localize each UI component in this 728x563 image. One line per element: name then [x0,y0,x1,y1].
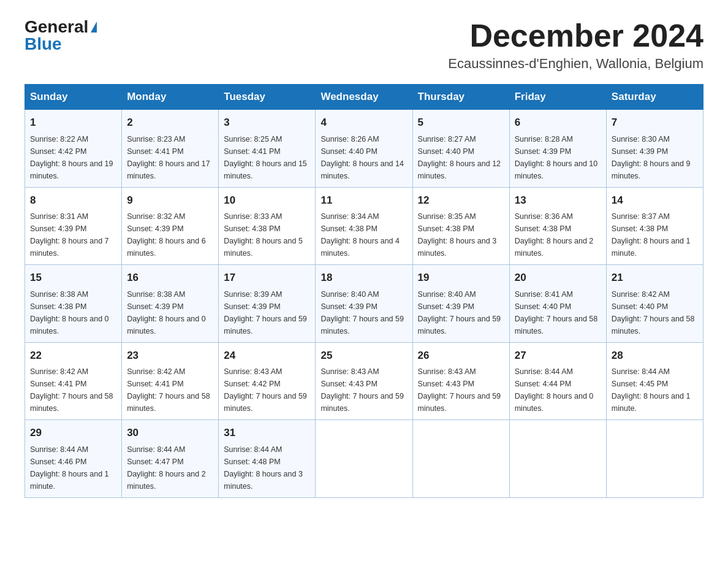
logo-triangle-icon [91,21,97,33]
location-text: Ecaussinnes-d'Enghien, Wallonia, Belgium [448,56,703,72]
day-info: Sunrise: 8:30 AMSunset: 4:39 PMDaylight:… [612,133,698,182]
day-info: Sunrise: 8:22 AMSunset: 4:42 PMDaylight:… [30,133,116,182]
title-area: December 2024 Ecaussinnes-d'Enghien, Wal… [448,18,703,72]
day-info: Sunrise: 8:44 AMSunset: 4:46 PMDaylight:… [30,443,116,492]
logo-general-text: General [25,18,88,36]
calendar-cell: 12Sunrise: 8:35 AMSunset: 4:38 PMDayligh… [412,187,509,265]
day-info: Sunrise: 8:40 AMSunset: 4:39 PMDaylight:… [320,288,407,337]
calendar-cell: 6Sunrise: 8:28 AMSunset: 4:39 PMDaylight… [509,110,606,188]
day-number: 4 [320,115,407,131]
day-number: 25 [320,348,407,364]
day-info: Sunrise: 8:25 AMSunset: 4:41 PMDaylight:… [224,133,310,182]
calendar-cell: 22Sunrise: 8:42 AMSunset: 4:41 PMDayligh… [25,342,122,420]
day-number: 30 [127,425,213,441]
calendar-cell: 11Sunrise: 8:34 AMSunset: 4:38 PMDayligh… [316,187,412,265]
day-number: 8 [30,193,116,209]
day-info: Sunrise: 8:39 AMSunset: 4:39 PMDaylight:… [224,288,310,337]
calendar-cell: 8Sunrise: 8:31 AMSunset: 4:39 PMDaylight… [25,187,122,265]
header-wednesday: Wednesday [316,85,412,110]
day-number: 31 [224,425,310,441]
day-number: 20 [515,270,601,286]
day-number: 15 [30,270,116,286]
day-number: 9 [127,193,213,209]
day-number: 12 [418,193,504,209]
day-info: Sunrise: 8:31 AMSunset: 4:39 PMDaylight:… [30,210,116,259]
day-number: 19 [418,270,504,286]
day-info: Sunrise: 8:43 AMSunset: 4:42 PMDaylight:… [224,366,310,415]
logo: General Blue [25,18,97,53]
calendar-cell: 14Sunrise: 8:37 AMSunset: 4:38 PMDayligh… [606,187,703,265]
day-number: 23 [127,348,213,364]
calendar-cell: 20Sunrise: 8:41 AMSunset: 4:40 PMDayligh… [509,265,606,343]
day-info: Sunrise: 8:34 AMSunset: 4:38 PMDaylight:… [320,210,407,259]
day-number: 17 [224,270,310,286]
calendar-cell: 25Sunrise: 8:43 AMSunset: 4:43 PMDayligh… [316,342,412,420]
calendar-cell: 7Sunrise: 8:30 AMSunset: 4:39 PMDaylight… [606,110,703,188]
day-info: Sunrise: 8:43 AMSunset: 4:43 PMDaylight:… [320,366,407,415]
day-info: Sunrise: 8:42 AMSunset: 4:40 PMDaylight:… [612,288,698,337]
day-number: 28 [612,348,698,364]
day-number: 3 [224,115,310,131]
day-number: 26 [418,348,504,364]
day-number: 27 [515,348,601,364]
calendar-cell: 3Sunrise: 8:25 AMSunset: 4:41 PMDaylight… [219,110,316,188]
calendar-cell: 24Sunrise: 8:43 AMSunset: 4:42 PMDayligh… [219,342,316,420]
day-info: Sunrise: 8:44 AMSunset: 4:44 PMDaylight:… [515,366,601,415]
day-number: 1 [30,115,116,131]
day-number: 29 [30,425,116,441]
day-info: Sunrise: 8:42 AMSunset: 4:41 PMDaylight:… [127,366,213,415]
calendar-cell: 19Sunrise: 8:40 AMSunset: 4:39 PMDayligh… [412,265,509,343]
day-number: 24 [224,348,310,364]
day-number: 5 [418,115,504,131]
day-number: 14 [612,193,698,209]
calendar-cell [509,420,606,498]
day-info: Sunrise: 8:42 AMSunset: 4:41 PMDaylight:… [30,366,116,415]
header-sunday: Sunday [25,85,122,110]
day-info: Sunrise: 8:38 AMSunset: 4:39 PMDaylight:… [127,288,213,337]
day-info: Sunrise: 8:23 AMSunset: 4:41 PMDaylight:… [127,133,213,182]
week-row-2: 8Sunrise: 8:31 AMSunset: 4:39 PMDaylight… [25,187,703,265]
day-info: Sunrise: 8:32 AMSunset: 4:39 PMDaylight:… [127,210,213,259]
week-row-4: 22Sunrise: 8:42 AMSunset: 4:41 PMDayligh… [25,342,703,420]
calendar-cell: 18Sunrise: 8:40 AMSunset: 4:39 PMDayligh… [316,265,412,343]
day-number: 18 [320,270,407,286]
day-number: 13 [515,193,601,209]
day-info: Sunrise: 8:38 AMSunset: 4:38 PMDaylight:… [30,288,116,337]
day-number: 16 [127,270,213,286]
calendar-cell: 15Sunrise: 8:38 AMSunset: 4:38 PMDayligh… [25,265,122,343]
calendar-cell: 23Sunrise: 8:42 AMSunset: 4:41 PMDayligh… [122,342,219,420]
calendar-cell: 27Sunrise: 8:44 AMSunset: 4:44 PMDayligh… [509,342,606,420]
week-row-3: 15Sunrise: 8:38 AMSunset: 4:38 PMDayligh… [25,265,703,343]
calendar-cell: 9Sunrise: 8:32 AMSunset: 4:39 PMDaylight… [122,187,219,265]
calendar-cell: 4Sunrise: 8:26 AMSunset: 4:40 PMDaylight… [316,110,412,188]
day-number: 10 [224,193,310,209]
calendar-cell: 2Sunrise: 8:23 AMSunset: 4:41 PMDaylight… [122,110,219,188]
day-number: 22 [30,348,116,364]
day-info: Sunrise: 8:44 AMSunset: 4:48 PMDaylight:… [224,443,310,492]
week-row-1: 1Sunrise: 8:22 AMSunset: 4:42 PMDaylight… [25,110,703,188]
calendar-cell: 30Sunrise: 8:44 AMSunset: 4:47 PMDayligh… [122,420,219,498]
calendar-cell: 21Sunrise: 8:42 AMSunset: 4:40 PMDayligh… [606,265,703,343]
month-title: December 2024 [448,18,703,53]
day-info: Sunrise: 8:35 AMSunset: 4:38 PMDaylight:… [418,210,504,259]
calendar-table: SundayMondayTuesdayWednesdayThursdayFrid… [25,84,703,498]
day-info: Sunrise: 8:37 AMSunset: 4:38 PMDaylight:… [612,210,698,259]
calendar-cell: 31Sunrise: 8:44 AMSunset: 4:48 PMDayligh… [219,420,316,498]
calendar-cell: 26Sunrise: 8:43 AMSunset: 4:43 PMDayligh… [412,342,509,420]
day-info: Sunrise: 8:27 AMSunset: 4:40 PMDaylight:… [418,133,504,182]
calendar-cell [316,420,412,498]
header-friday: Friday [509,85,606,110]
calendar-cell [606,420,703,498]
calendar-cell: 1Sunrise: 8:22 AMSunset: 4:42 PMDaylight… [25,110,122,188]
header-tuesday: Tuesday [219,85,316,110]
day-info: Sunrise: 8:28 AMSunset: 4:39 PMDaylight:… [515,133,601,182]
calendar-cell: 13Sunrise: 8:36 AMSunset: 4:38 PMDayligh… [509,187,606,265]
calendar-cell: 10Sunrise: 8:33 AMSunset: 4:38 PMDayligh… [219,187,316,265]
day-number: 6 [515,115,601,131]
day-info: Sunrise: 8:43 AMSunset: 4:43 PMDaylight:… [418,366,504,415]
calendar-cell: 16Sunrise: 8:38 AMSunset: 4:39 PMDayligh… [122,265,219,343]
day-number: 21 [612,270,698,286]
calendar-cell: 5Sunrise: 8:27 AMSunset: 4:40 PMDaylight… [412,110,509,188]
day-info: Sunrise: 8:44 AMSunset: 4:45 PMDaylight:… [612,366,698,415]
day-info: Sunrise: 8:36 AMSunset: 4:38 PMDaylight:… [515,210,601,259]
